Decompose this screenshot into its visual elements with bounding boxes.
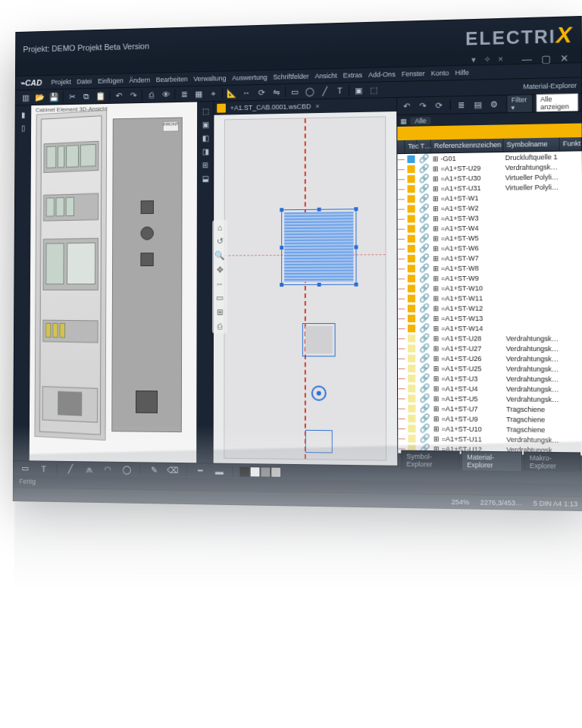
menu-datei[interactable]: Datei [77,77,92,85]
explorer-label: Material-Explorer [522,79,577,94]
open-icon[interactable]: 📂 [33,90,46,104]
table-row[interactable]: —🔗⊞ =A1+ST-W12 [398,303,582,313]
document-tab[interactable]: +A1.ST_CAB.0001.wsCBD [230,102,311,111]
view-mode-icon[interactable]: ⊞ [199,158,211,171]
view-icon[interactable]: ⬚ [367,83,380,96]
canvas-nav-icon[interactable]: ⎙ [217,322,222,331]
exp-list-icon[interactable]: ▤ [472,98,483,111]
menu-einfügen[interactable]: Einfügen [98,77,124,85]
horizontal-axis [225,254,386,256]
copy-icon[interactable]: ⧉ [80,89,92,103]
menu-fenster[interactable]: Fenster [402,70,425,78]
grid-rows[interactable]: —🔗⊞ -G01Druckluftquelle 1—🔗⊞ =A1+ST-U29V… [397,151,582,455]
canvas-nav-icon[interactable]: ⌂ [217,223,222,232]
3d-icon[interactable]: ▣ [352,83,365,97]
snap-icon[interactable]: ⌖ [207,86,220,100]
table-row[interactable]: —🔗⊞ =A1+ST-W11 [398,293,582,303]
bc-root-icon[interactable]: ▦ [400,117,407,124]
print-icon[interactable]: ⎙ [145,88,158,102]
table-row[interactable]: —🔗⊞ =A1+ST-W9 [398,272,582,283]
view-mode-icon[interactable]: ▣ [199,118,211,130]
rotate-icon[interactable]: ⟳ [255,86,268,99]
dim-icon[interactable]: ↔ [239,86,253,99]
close-window-icon[interactable]: ✕ [560,52,568,62]
table-row[interactable]: —🔗⊞ =A1+ST-W10 [398,283,582,293]
menu-extras[interactable]: Extras [343,71,362,80]
table-row[interactable]: —🔗⊞ =A1+ST-U28Verdrahtungsk… [398,333,582,344]
material-explorer: ↶ ↷ ⟳ ≣ ▤ ⚙ Filter ▾ Alle anzeigen ▦ All… [397,94,582,468]
filter-button[interactable]: Filter ▾ [507,94,534,113]
table-row[interactable]: —🔗⊞ =A1+ST-W13 [398,313,582,323]
circle-icon[interactable]: ◯ [303,84,317,98]
brand-logo: ELECTRIX [465,21,573,50]
canvas-nav-icon[interactable]: ⊞ [216,307,223,317]
minimize-icon[interactable]: — [522,53,532,63]
exp-fwd-icon[interactable]: ↷ [417,99,428,112]
drawing-canvas[interactable]: ⌂↺🔍✥↔▭⊞⎙ [214,111,398,466]
layer-icon[interactable]: ≣ [177,87,190,101]
canvas-nav-icon[interactable]: ↺ [216,237,223,246]
selected-block-small[interactable] [302,323,336,356]
selected-circle[interactable] [311,385,327,400]
filter-dropdown[interactable]: Alle anzeigen [537,93,579,113]
table-row[interactable]: —🔗⊞ =A1+ST-W7 [398,253,582,264]
mirror-icon[interactable]: ⇋ [270,85,283,99]
3d-view-pane[interactable]: Cabinet Element 3D-Ansicht [30,102,197,463]
exp-settings-icon[interactable]: ⚙ [488,97,499,111]
preview-icon[interactable]: 👁 [159,88,172,102]
new-icon[interactable]: ▥ [19,91,32,105]
cad-logo: ⌁CAD [20,77,42,87]
rect-icon[interactable]: ▭ [288,85,302,99]
canvas-nav-icon[interactable]: 🔍 [214,251,225,261]
maximize-icon[interactable]: ▢ [541,53,550,63]
exp-back-icon[interactable]: ↶ [401,99,412,113]
table-row[interactable]: —🔗⊞ =A1+ST-U3Verdrahtungsk… [398,373,582,384]
grid-icon[interactable]: ▦ [192,87,205,101]
measure-icon[interactable]: 📐 [225,86,239,100]
canvas-nav-icon[interactable]: ▭ [216,293,224,303]
doc-icon [217,104,226,113]
menu-hilfe[interactable]: Hilfe [455,69,468,77]
menu-add-ons[interactable]: Add-Ons [368,71,396,79]
text-icon[interactable]: T [333,83,346,97]
vertical-axis [305,118,306,459]
table-row[interactable]: —🔗⊞ =A1+ST-U26Verdrahtungsk… [398,353,582,364]
table-row[interactable]: —🔗⊞ =A1+ST-U27Verdrahtungsk… [398,343,582,353]
view-mode-icon[interactable]: ◧ [199,132,211,144]
line-icon[interactable]: ╱ [318,84,332,98]
table-row[interactable]: —🔗⊞ =A1+ST-U25Verdrahtungsk… [398,363,582,374]
view-mode-icon[interactable]: ⬚ [199,105,211,117]
table-row[interactable]: —🔗⊞ =A1+ST-W8 [398,262,582,273]
tab-close-icon[interactable]: × [315,102,319,110]
save-icon[interactable]: 💾 [48,90,61,104]
selected-block-large[interactable] [281,209,356,285]
menu-schriftfelder[interactable]: Schriftfelder [273,73,308,81]
redo-icon[interactable]: ↷ [127,89,139,102]
exp-tree-icon[interactable]: ≣ [455,98,467,111]
menu-konto[interactable]: Konto [431,69,449,77]
bc-all[interactable]: Alle [410,117,430,125]
menu-auswertung[interactable]: Auswertung [232,74,267,82]
cut-icon[interactable]: ✂ [65,89,78,103]
cabinet-3d[interactable] [34,110,107,441]
canvas-nav-icon[interactable]: ✥ [216,265,223,275]
menu-verwaltung[interactable]: Verwaltung [193,74,226,83]
pane-split-icon[interactable]: ▯ [17,121,29,133]
pin-icon[interactable]: ✧ [483,55,490,64]
front-label: FRONT [163,121,179,132]
exp-refresh-icon[interactable]: ⟳ [433,99,444,112]
menu-bearbeiten[interactable]: Bearbeiten [156,75,188,83]
menu-ansicht[interactable]: Ansicht [315,72,337,80]
paste-icon[interactable]: 📋 [94,89,107,102]
view-mode-icon[interactable]: ◨ [199,145,211,157]
chevron-down-icon[interactable]: ▾ [471,55,476,64]
view-mode-icon[interactable]: ⬓ [199,172,211,184]
undo-icon[interactable]: ↶ [112,89,125,102]
table-row[interactable]: —🔗⊞ =A1+ST-W14 [398,323,582,333]
menu-ändern[interactable]: Ändern [129,77,150,84]
close-icon[interactable]: × [498,54,503,64]
pane-select-icon[interactable]: ▮ [17,108,29,121]
menu-projekt[interactable]: Projekt [52,78,71,86]
cabinet-2d[interactable]: FRONT [111,118,183,433]
canvas-nav-icon[interactable]: ↔ [215,279,224,288]
